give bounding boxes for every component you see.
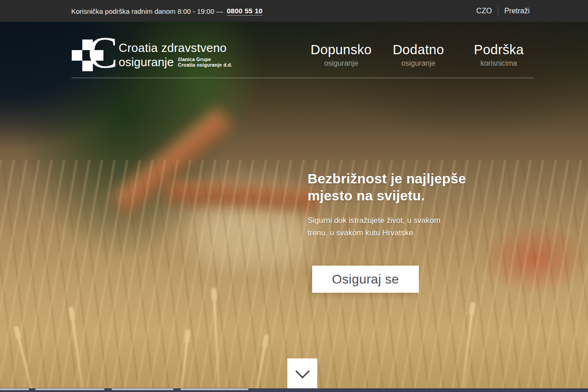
topbar-links: CZO Pretraži [476,0,530,22]
logo-name-line2: osiguranje [119,55,174,69]
logo-text: Croatia zdravstveno osiguranje članica G… [119,41,232,69]
card-top-edge [181,388,248,390]
nav-item-dodatno[interactable]: Dodatno osiguranje [393,42,444,68]
logo-cross-icon: C [71,34,122,78]
support-info: Korisnička podrška radnim danom 8:00 - 1… [71,0,263,22]
search-link[interactable]: Pretraži [504,7,530,15]
nav-item-podrska[interactable]: Podrška korisnicima [474,42,524,68]
card-top-edge [112,388,173,390]
wheat-field [0,160,588,392]
osiguraj-se-button[interactable]: Osiguraj se [312,266,419,293]
top-bar: Korisnička podrška radnim danom 8:00 - 1… [0,0,588,22]
chevron-down-icon [295,364,309,378]
card-top-edge [35,388,104,390]
topbar-divider [498,6,498,16]
logo-letter-c: C [88,27,118,78]
support-phone-link[interactable]: 0800 55 10 [227,7,263,16]
hero-section: C Croatia zdravstveno osiguranje članica… [0,22,588,392]
scroll-down-button[interactable] [287,358,317,388]
logo-name-line1: Croatia zdravstveno [119,41,232,55]
card-top-edge [0,388,29,390]
nav-item-dopunsko[interactable]: Dopunsko osiguranje [311,42,372,68]
logo-subtitle: članica Grupe Croatia osiguranje d.d. [178,57,232,69]
hero-heading: Bezbrižnost je najljepše mjesto na svije… [308,170,491,204]
support-text: Korisnička podrška radnim danom 8:00 - 1… [71,7,223,15]
next-section-edge [0,388,588,392]
header-divider-line [71,78,534,78]
hero-subtext: Sigurni dok istražujete život, u svakom … [308,214,464,239]
czo-link[interactable]: CZO [476,7,492,15]
